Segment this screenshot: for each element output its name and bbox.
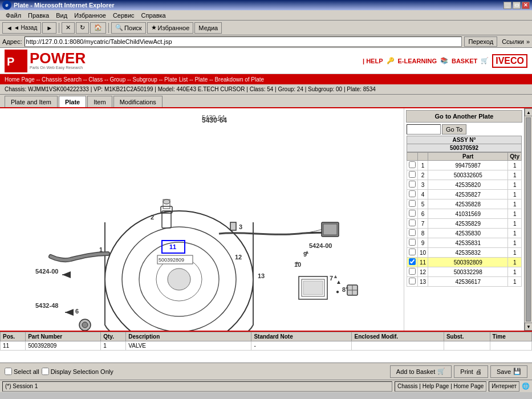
home-button[interactable]: 🏠 bbox=[90, 22, 106, 34]
tab-modifications[interactable]: Modifications bbox=[113, 96, 163, 107]
parts-row-num: 11 bbox=[418, 258, 428, 267]
goto-button[interactable]: Go To bbox=[442, 124, 466, 135]
parts-row-num: 13 bbox=[418, 277, 428, 287]
parts-row-num: 1 bbox=[418, 161, 428, 170]
select-all-checkbox[interactable] bbox=[5, 368, 12, 375]
parts-row-qty: 1 bbox=[508, 161, 522, 170]
basket-link[interactable]: BASKET bbox=[452, 58, 477, 64]
parts-row-part[interactable]: 99475987 bbox=[428, 161, 508, 170]
parts-row-checkbox[interactable] bbox=[409, 249, 416, 255]
breadcrumb: Home Page -- Chassis Search -- Class -- … bbox=[0, 74, 532, 84]
parts-row-part[interactable]: 500392809 bbox=[428, 258, 508, 267]
parts-row-checkbox[interactable] bbox=[409, 258, 416, 265]
scroll-down-button[interactable]: ▼ bbox=[525, 323, 532, 331]
add-to-basket-button[interactable]: Add to Basket 🛒 bbox=[390, 365, 452, 378]
parts-row-checkbox[interactable] bbox=[409, 268, 416, 275]
svg-point-32 bbox=[82, 322, 88, 328]
parts-row-checkbox[interactable] bbox=[409, 278, 416, 284]
parts-table-row: 9425358311 bbox=[407, 238, 522, 248]
svg-text:5424-00: 5424-00 bbox=[35, 268, 58, 275]
parts-row-checkbox[interactable] bbox=[409, 171, 416, 178]
print-button[interactable]: Print 🖨 bbox=[454, 365, 488, 378]
main-content: ▲ ● 5430-64 5430-64 2 1 3 bbox=[0, 108, 532, 331]
select-all-label[interactable]: Select all bbox=[14, 368, 39, 375]
goto-area: Go To bbox=[404, 124, 524, 135]
col-pos: Pos. bbox=[1, 332, 26, 341]
menu-tools[interactable]: Сервис bbox=[109, 11, 138, 20]
parts-row-checkbox[interactable] bbox=[409, 210, 416, 217]
parts-row-part[interactable]: 42536617 bbox=[428, 277, 508, 287]
help-link[interactable]: | HELP bbox=[363, 58, 383, 64]
parts-row-checkbox[interactable] bbox=[409, 161, 416, 168]
stop-button[interactable]: ✕ bbox=[62, 22, 75, 34]
media-button[interactable]: Медиа bbox=[194, 22, 222, 34]
window-title: Plate - Microsoft Internet Explorer bbox=[14, 2, 115, 9]
parts-scrollbar[interactable]: ▲ ▼ bbox=[524, 108, 532, 331]
parts-row-num: 3 bbox=[418, 180, 428, 190]
parts-row-num: 12 bbox=[418, 267, 428, 277]
bottom-table-row: 11 500392809 1 VALVE - bbox=[1, 341, 532, 351]
parts-row-checkbox-cell bbox=[407, 238, 418, 248]
menu-view[interactable]: Вид bbox=[52, 11, 71, 20]
menu-file[interactable]: Файл bbox=[2, 11, 25, 20]
scroll-thumb[interactable] bbox=[526, 117, 531, 321]
parts-row-part[interactable]: 42535820 bbox=[428, 180, 508, 190]
parts-row-part[interactable]: 42535831 bbox=[428, 238, 508, 248]
svg-text:12: 12 bbox=[235, 254, 242, 260]
status-nav-links: Chassis | Help Page | Home Page bbox=[395, 381, 486, 392]
parts-row-part[interactable]: 42535828 bbox=[428, 199, 508, 209]
parts-table-row: 13425366171 bbox=[407, 277, 522, 287]
parts-row-checkbox[interactable] bbox=[409, 181, 416, 188]
go-button[interactable]: Переход bbox=[464, 36, 497, 47]
parts-row-checkbox[interactable] bbox=[409, 190, 416, 197]
assy-value: 500370592 bbox=[407, 144, 522, 152]
parts-row-checkbox[interactable] bbox=[409, 229, 416, 236]
status-internet: Интернет bbox=[489, 381, 519, 392]
menu-help[interactable]: Справка bbox=[138, 11, 169, 20]
cell-subst bbox=[444, 341, 490, 351]
title-bar-controls: _ ▭ ✕ bbox=[503, 2, 530, 9]
elearning-link[interactable]: E-LEARNING bbox=[398, 58, 437, 64]
parts-table-row: 8425358301 bbox=[407, 229, 522, 238]
address-input[interactable] bbox=[25, 36, 462, 47]
parts-row-checkbox[interactable] bbox=[409, 200, 416, 207]
display-selection-checkbox[interactable] bbox=[42, 368, 49, 375]
goto-plate-header: Go to Another Plate bbox=[406, 110, 522, 123]
header-area: P POWER Parts On Web Easy Research | HEL… bbox=[0, 48, 532, 74]
parts-row-part[interactable]: 42535832 bbox=[428, 248, 508, 258]
parts-row-part[interactable]: 42535827 bbox=[428, 190, 508, 199]
svg-text:11: 11 bbox=[169, 243, 176, 250]
scroll-up-button[interactable]: ▲ bbox=[525, 108, 532, 116]
parts-row-checkbox[interactable] bbox=[409, 219, 416, 226]
tab-plate[interactable]: Plate bbox=[59, 96, 86, 107]
parts-row-part[interactable]: 42535830 bbox=[428, 229, 508, 238]
parts-table-wrapper: Part Qty 1994759871250033260513425358201… bbox=[404, 152, 524, 287]
search-button[interactable]: 🔍 Поиск bbox=[111, 22, 145, 34]
menu-favorites[interactable]: Избранное bbox=[71, 11, 109, 20]
parts-row-part[interactable]: 42535829 bbox=[428, 219, 508, 229]
parts-row-part[interactable]: 500332298 bbox=[428, 267, 508, 277]
parts-row-part[interactable]: 500332605 bbox=[428, 170, 508, 180]
power-logo-container: POWER Parts On Web Easy Research bbox=[30, 51, 86, 70]
favorites-button[interactable]: ★ Избранное bbox=[147, 22, 194, 34]
tab-plate-and-item[interactable]: Plate and Item bbox=[5, 96, 58, 107]
tab-item[interactable]: Item bbox=[87, 96, 112, 107]
bottom-table: Pos. Part Number Qty. Description Standa… bbox=[0, 332, 532, 351]
parts-row-qty: 1 bbox=[508, 248, 522, 258]
save-button[interactable]: Save 💾 bbox=[490, 365, 527, 378]
display-selection-label[interactable]: Display Selection Only bbox=[51, 368, 113, 375]
restore-button[interactable]: ▭ bbox=[513, 2, 521, 9]
parts-row-qty: 1 bbox=[508, 277, 522, 287]
parts-row-qty: 1 bbox=[508, 170, 522, 180]
menu-edit[interactable]: Правка bbox=[25, 11, 52, 20]
minimize-button[interactable]: _ bbox=[503, 2, 511, 9]
refresh-button[interactable]: ↻ bbox=[76, 22, 89, 34]
parts-row-checkbox[interactable] bbox=[409, 239, 416, 246]
parts-row-part[interactable]: 41031569 bbox=[428, 209, 508, 219]
back-button[interactable]: ◄ ◄ Назад bbox=[2, 22, 41, 34]
close-button[interactable]: ✕ bbox=[522, 2, 530, 9]
svg-text:5432-48: 5432-48 bbox=[35, 302, 58, 309]
parts-table-row: 125003322981 bbox=[407, 267, 522, 277]
goto-input[interactable] bbox=[407, 124, 441, 135]
forward-button[interactable]: ► bbox=[42, 22, 56, 34]
